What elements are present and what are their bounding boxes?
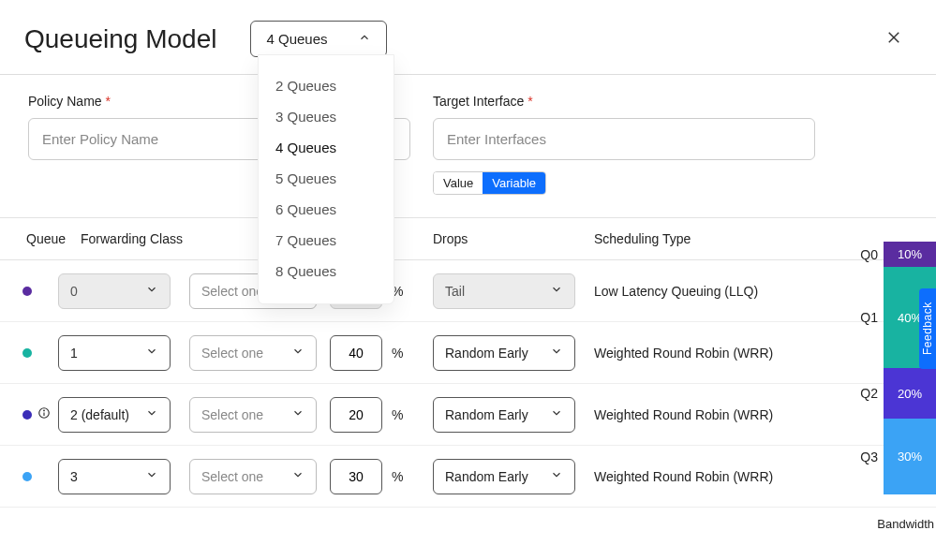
- chevron-down-icon: [145, 283, 158, 299]
- scheduling-cell: Weighted Round Robin (WRR): [594, 346, 823, 361]
- dd-item-7-queues[interactable]: 7 Queues: [259, 225, 394, 256]
- queue-select-2[interactable]: 2 (default): [58, 397, 171, 433]
- pill-variable[interactable]: Variable: [483, 172, 545, 194]
- queue-select-1[interactable]: 1: [58, 335, 171, 371]
- table-row: 3 Select one % Random Early We: [0, 446, 936, 508]
- pct-sign: %: [392, 346, 403, 361]
- chart-bar-q2: 20%: [884, 368, 936, 419]
- table-row: 2 (default) Select one % Random Early: [0, 384, 936, 446]
- drops-select-2[interactable]: Random Early: [433, 397, 575, 433]
- close-button[interactable]: [885, 29, 902, 49]
- queues-dropdown[interactable]: 2 Queues 3 Queues 4 Queues 5 Queues 6 Qu…: [258, 54, 394, 304]
- chart-row-q2: Q2: [850, 368, 884, 419]
- chevron-down-icon: [550, 345, 563, 361]
- chart-caption: Bandwidth: [877, 517, 934, 531]
- fc-select-3[interactable]: Select one: [189, 459, 317, 494]
- chevron-down-icon: [145, 468, 158, 484]
- dd-item-4-queues[interactable]: 4 Queues: [259, 132, 394, 163]
- chart-row-q3: Q3: [850, 419, 884, 494]
- fc-select-1[interactable]: Select one: [189, 335, 317, 371]
- fc-select-2[interactable]: Select one: [189, 397, 317, 433]
- table-row: 1 Select one % Random Early We: [0, 322, 936, 384]
- chevron-down-icon: [550, 468, 563, 484]
- table-row: 0 Select one % Tail Low Latenc: [0, 260, 936, 322]
- scheduling-cell: Weighted Round Robin (WRR): [594, 407, 823, 422]
- svg-point-4: [44, 410, 45, 411]
- status-dot: [22, 348, 32, 358]
- status-dot: [22, 472, 32, 481]
- chart-row-q1: Q1: [850, 267, 884, 368]
- value-variable-toggle[interactable]: Value Variable: [433, 171, 546, 195]
- chart-row-q0: Q0: [850, 242, 884, 267]
- chart-bar-q0: 10%: [884, 242, 936, 267]
- dd-item-6-queues[interactable]: 6 Queues: [259, 194, 394, 225]
- chevron-down-icon: [291, 345, 305, 361]
- info-icon[interactable]: [37, 406, 51, 422]
- th-scheduling: Scheduling Type: [594, 231, 823, 246]
- th-queue: Queue: [26, 231, 66, 246]
- queues-select[interactable]: 4 Queues: [250, 21, 387, 57]
- queue-select-3[interactable]: 3: [58, 459, 171, 494]
- target-interface-label: Target Interface*: [433, 94, 815, 109]
- drops-select-3[interactable]: Random Early: [433, 459, 575, 494]
- bandwidth-input-3[interactable]: [330, 459, 382, 494]
- queues-select-label: 4 Queues: [266, 31, 327, 47]
- pct-sign: %: [392, 469, 403, 484]
- dd-item-5-queues[interactable]: 5 Queues: [259, 163, 394, 194]
- page-title: Queueing Model: [24, 24, 216, 54]
- feedback-tab[interactable]: Feedback: [919, 288, 936, 369]
- bandwidth-input-2[interactable]: [330, 397, 382, 433]
- scheduling-cell: Weighted Round Robin (WRR): [594, 469, 823, 484]
- status-dot: [22, 410, 32, 420]
- dd-item-2-queues[interactable]: 2 Queues: [259, 70, 394, 101]
- target-interface-input[interactable]: [433, 118, 815, 160]
- scheduling-cell: Low Latency Queuing (LLQ): [594, 284, 823, 299]
- chevron-down-icon: [291, 406, 305, 422]
- drops-select-0[interactable]: Tail: [433, 273, 575, 309]
- chevron-down-icon: [145, 345, 158, 361]
- chevron-up-icon: [358, 31, 371, 47]
- bandwidth-input-1[interactable]: [330, 335, 382, 371]
- th-forwarding-class: Forwarding Class: [81, 231, 183, 246]
- th-drops: Drops: [433, 231, 594, 246]
- drops-select-1[interactable]: Random Early: [433, 335, 575, 371]
- dd-item-3-queues[interactable]: 3 Queues: [259, 101, 394, 132]
- chevron-down-icon: [145, 406, 158, 422]
- queue-select-0[interactable]: 0: [58, 273, 171, 309]
- status-dot: [22, 287, 32, 296]
- chart-bar-q3: 30%: [884, 419, 936, 494]
- dd-item-8-queues[interactable]: 8 Queues: [259, 256, 394, 287]
- chevron-down-icon: [550, 283, 563, 299]
- pct-sign: %: [392, 407, 403, 422]
- pill-value[interactable]: Value: [434, 172, 483, 194]
- chevron-down-icon: [291, 468, 305, 484]
- chevron-down-icon: [550, 406, 563, 422]
